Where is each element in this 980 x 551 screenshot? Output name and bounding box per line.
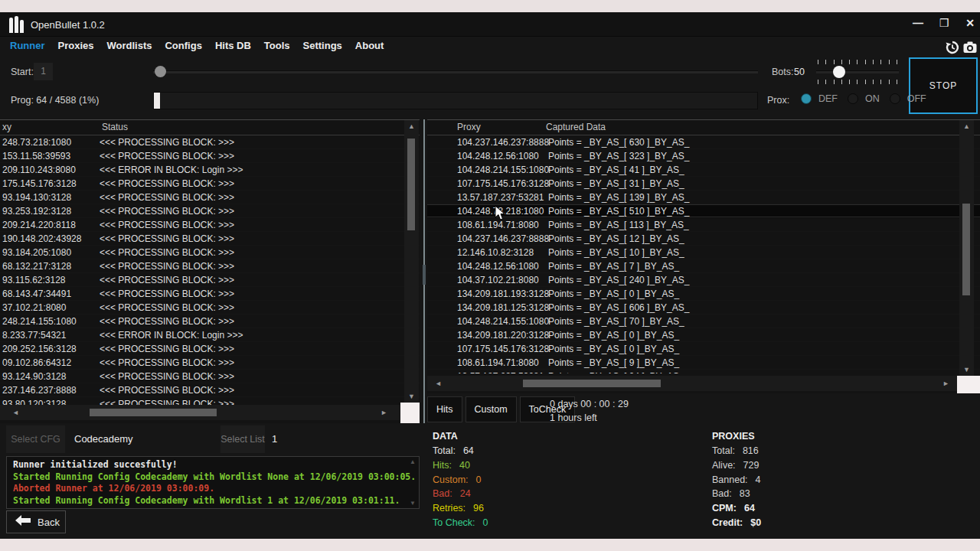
column-header-proxy[interactable]: xy	[2, 122, 11, 132]
start-slider[interactable]	[153, 66, 758, 78]
table-row[interactable]: 104.237.146.237:8888Points = _BY_AS_[ 63…	[427, 135, 980, 149]
table-row[interactable]: 104.248.214.155:1080Points = _BY_AS_[ 41…	[427, 163, 980, 177]
panel-splitter[interactable]	[420, 119, 427, 423]
list-value-field[interactable]: 1	[272, 433, 277, 445]
table-row[interactable]: 12.146.10.82:3128Points = _BY_AS_[ 10 ]_…	[427, 246, 980, 259]
table-row[interactable]: 108.61.194.71:8080Points = _BY_AS_[ 113 …	[427, 218, 980, 232]
scrollbar-thumb[interactable]	[407, 139, 415, 230]
menu-item-hits-db[interactable]: Hits DB	[215, 40, 251, 51]
table-row[interactable]: 8.233.77:54321<<< ERROR IN BLOCK: Login …	[0, 328, 420, 342]
table-row[interactable]: 209.110.243:8080<<< ERROR IN BLOCK: Logi…	[0, 163, 420, 177]
table-row[interactable]: 108.61.194.71:8080Points = _BY_AS_[ 9 ]_…	[427, 356, 980, 370]
scroll-down-icon[interactable]: ▼	[959, 366, 974, 373]
table-row[interactable]: 104.248.12.56:1080Points = _BY_AS_[ 323 …	[427, 149, 980, 163]
prox-radio-off[interactable]	[890, 93, 900, 104]
log-scroll-down-icon[interactable]: ▼	[410, 500, 416, 507]
right-vertical-scrollbar[interactable]: ▲ ▼	[959, 120, 974, 376]
table-row[interactable]: 134.209.181.220:3128Points = _BY_AS_[ 0 …	[427, 328, 980, 342]
scroll-down-icon[interactable]: ▼	[404, 393, 419, 400]
table-row[interactable]: 104.248.12.56:1080Points = _BY_AS_[ 7 ]_…	[427, 259, 980, 273]
start-value-field[interactable]: 1	[34, 63, 53, 80]
back-button[interactable]: Back	[6, 510, 66, 533]
tab-custom[interactable]: Custom	[466, 396, 517, 422]
menu-item-about[interactable]: About	[355, 40, 384, 51]
table-row[interactable]: 190.148.202:43928<<< PROCESSING BLOCK: >…	[0, 232, 420, 246]
table-row[interactable]: 107.175.145.176:3128Points = _BY_AS_[ 0 …	[427, 342, 980, 356]
menu-item-settings[interactable]: Settings	[303, 40, 342, 51]
column-header-captured-data[interactable]: Captured Data	[546, 122, 606, 132]
cell-proxy: 13.57.187.237:53281	[427, 191, 548, 204]
table-row[interactable]: 134.209.181.193:3128Points = _BY_AS_[ 0 …	[427, 287, 980, 301]
scroll-up-icon[interactable]: ▲	[959, 122, 974, 130]
table-row[interactable]: 134.209.181.125:3128Points = _BY_AS_[ 60…	[427, 301, 980, 315]
config-name-field[interactable]: Codecademy	[74, 433, 133, 445]
select-list-button[interactable]: Select List	[220, 425, 265, 453]
column-header-status[interactable]: Status	[102, 122, 128, 132]
table-row[interactable]: 248.214.155:1080<<< PROCESSING BLOCK: >>…	[0, 315, 420, 328]
table-row[interactable]: 237.146.237:8888<<< PROCESSING BLOCK: >>…	[0, 383, 420, 397]
table-row[interactable]: 209.252.156:3128<<< PROCESSING BLOCK: >>…	[0, 342, 420, 356]
scroll-right-icon[interactable]: ►	[942, 380, 949, 387]
table-row[interactable]: 13.57.187.237:53281Points = _BY_AS_[ 94 …	[427, 370, 980, 373]
prox-radio-def[interactable]	[801, 93, 812, 104]
remaining-time: 1 hours left	[550, 412, 597, 423]
table-row[interactable]: 68.132.217:3128<<< PROCESSING BLOCK: >>>	[0, 259, 420, 273]
scroll-up-icon[interactable]: ▲	[404, 122, 419, 130]
scroll-right-icon[interactable]: ►	[381, 409, 387, 416]
menu-item-configs[interactable]: Configs	[165, 40, 201, 51]
close-icon[interactable]: ✕	[963, 17, 977, 29]
bots-slider[interactable]	[816, 60, 899, 86]
table-row[interactable]: 104.37.102.21:8080Points = _BY_AS_[ 240 …	[427, 273, 980, 287]
proxy-stats-rows: Total:816Alive:729Banned:4Bad:83CPM:64Cr…	[712, 444, 761, 530]
scrollbar-thumb[interactable]	[962, 204, 970, 295]
splitter-handle[interactable]	[423, 265, 426, 285]
select-cfg-button[interactable]: Select CFG	[6, 425, 65, 453]
scroll-left-icon[interactable]: ◄	[435, 380, 442, 387]
table-row[interactable]: 93.80.120:3128<<< PROCESSING BLOCK: >>>	[0, 397, 420, 405]
table-row[interactable]: 107.175.145.176:3128Points = _BY_AS_[ 31…	[427, 177, 980, 191]
stop-button[interactable]: STOP	[909, 57, 978, 114]
table-row[interactable]: 93.115.62:3128<<< PROCESSING BLOCK: >>>	[0, 273, 420, 287]
table-row[interactable]: 104.248.214.155:1080Points = _BY_AS_[ 70…	[427, 315, 980, 328]
cell-value: Points = _BY_AS_[ 606 ]_BY_AS_	[548, 301, 689, 315]
menu-item-runner[interactable]: Runner	[10, 40, 45, 51]
table-row[interactable]: 175.145.176:3128<<< PROCESSING BLOCK: >>…	[0, 177, 420, 191]
cell-value: <<< PROCESSING BLOCK: >>>	[100, 273, 234, 287]
cell-proxy: 93.253.192:3128	[0, 204, 100, 218]
column-header-proxy[interactable]: Proxy	[457, 122, 481, 132]
screenshot-icon[interactable]	[962, 40, 978, 55]
left-vertical-scrollbar[interactable]: ▲ ▼	[404, 120, 419, 403]
stat-row-cpm: CPM:64	[712, 501, 761, 516]
table-row[interactable]: 13.57.187.237:53281Points = _BY_AS_[ 139…	[427, 191, 980, 204]
left-horizontal-scrollbar[interactable]: ◄ ►	[0, 405, 400, 420]
prox-radio-on[interactable]	[848, 93, 858, 104]
menu-item-proxies[interactable]: Proxies	[58, 40, 94, 51]
stat-row-hits: Hits:40	[433, 458, 488, 473]
maximize-icon[interactable]: ❒	[937, 17, 951, 29]
start-slider-thumb[interactable]	[155, 66, 166, 77]
scrollbar-thumb[interactable]	[90, 409, 217, 416]
table-row[interactable]: 104.248.73.218:1080Points = _BY_AS_[ 510…	[427, 204, 980, 218]
menu-item-tools[interactable]: Tools	[264, 40, 290, 51]
scrollbar-thumb[interactable]	[523, 380, 661, 387]
log-scroll-up-icon[interactable]: ▲	[410, 458, 416, 465]
table-row[interactable]: 93.124.90:3128<<< PROCESSING BLOCK: >>>	[0, 370, 420, 383]
table-row[interactable]: 09.102.86:64312<<< PROCESSING BLOCK: >>>	[0, 356, 420, 370]
table-row[interactable]: 209.214.220:8118<<< PROCESSING BLOCK: >>…	[0, 218, 420, 232]
tab-hits[interactable]: Hits	[427, 396, 462, 422]
minimize-icon[interactable]: —	[911, 17, 925, 29]
table-row[interactable]: 93.253.192:3128<<< PROCESSING BLOCK: >>>	[0, 204, 420, 218]
menu-item-wordlists[interactable]: Wordlists	[106, 40, 152, 51]
table-row[interactable]: 93.184.205:1080<<< PROCESSING BLOCK: >>>	[0, 246, 420, 259]
prox-radio-group: DEFONOFF	[801, 93, 929, 104]
table-row[interactable]: 93.194.130:3128<<< PROCESSING BLOCK: >>>	[0, 191, 420, 204]
bots-slider-thumb[interactable]	[833, 66, 845, 78]
table-row[interactable]: 153.11.58:39593<<< PROCESSING BLOCK: >>>	[0, 149, 420, 163]
scroll-left-icon[interactable]: ◄	[12, 409, 19, 416]
history-icon[interactable]	[945, 40, 960, 55]
table-row[interactable]: 37.102.21:8080<<< PROCESSING BLOCK: >>>	[0, 301, 420, 315]
table-row[interactable]: 248.73.218:1080<<< PROCESSING BLOCK: >>>	[0, 135, 420, 149]
right-horizontal-scrollbar[interactable]: ◄ ►	[427, 376, 957, 391]
table-row[interactable]: 104.237.146.237:8888Points = _BY_AS_[ 12…	[427, 232, 980, 246]
table-row[interactable]: 68.143.47:34491<<< PROCESSING BLOCK: >>>	[0, 287, 420, 301]
